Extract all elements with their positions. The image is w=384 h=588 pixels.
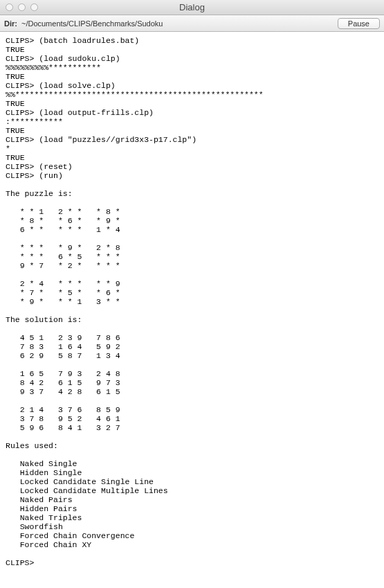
window-title: Dialog (0, 2, 384, 12)
close-icon[interactable] (6, 3, 13, 11)
traffic-lights (0, 3, 38, 11)
minimize-icon[interactable] (18, 3, 26, 11)
dir-path: ~/Documents/CLIPS/Benchmarks/Sudoku (21, 19, 333, 28)
zoom-icon[interactable] (30, 3, 38, 11)
pause-button[interactable]: Pause (338, 18, 380, 29)
dir-label: Dir: (4, 19, 17, 28)
toolbar: Dir: ~/Documents/CLIPS/Benchmarks/Sudoku… (0, 15, 384, 32)
titlebar: Dialog (0, 0, 384, 15)
terminal-output[interactable]: CLIPS> (batch loadrules.bat) TRUE CLIPS>… (0, 32, 384, 588)
